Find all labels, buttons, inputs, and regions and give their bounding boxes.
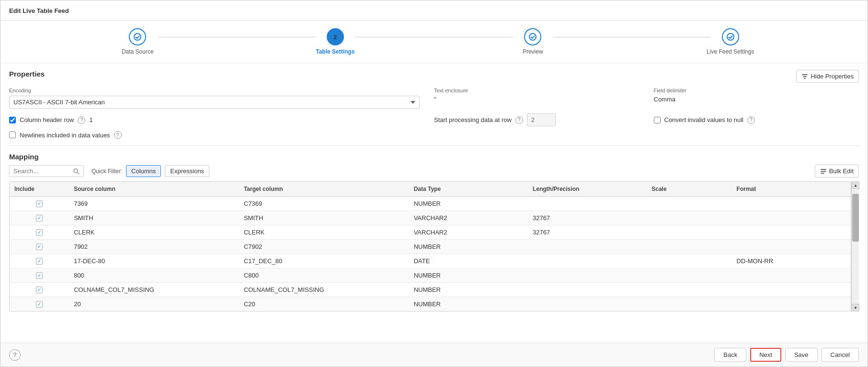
table-header-row: Include Source column Target column Data… <box>10 182 851 197</box>
mapping-toolbar: Quick Filter: Columns Expressions Bulk E… <box>9 165 859 178</box>
table-row: CLERK CLERK VARCHAR2 32767 <box>10 225 851 240</box>
svg-rect-3 <box>802 74 808 75</box>
include-checkbox[interactable] <box>36 301 43 308</box>
step-data-source[interactable]: Data Source <box>39 28 237 55</box>
cell-format <box>732 240 851 254</box>
field-delimiter-field: Field delimiter Comma <box>654 88 859 103</box>
cell-type: NUMBER <box>409 268 528 283</box>
cell-length <box>528 254 647 268</box>
cell-target: C7369 <box>239 197 409 211</box>
filter-expressions-button[interactable]: Expressions <box>165 165 209 177</box>
table-row: SMITH SMITH VARCHAR2 32767 <box>10 211 851 225</box>
column-header-row-value: 1 <box>89 116 92 123</box>
quick-filter-label: Quick Filter: <box>91 168 122 175</box>
step-2-circle: 2 <box>327 28 344 45</box>
cell-source: 7902 <box>69 240 239 254</box>
filter-icon <box>801 73 808 80</box>
include-checkbox[interactable] <box>36 215 43 222</box>
table-scroll-area: Include Source column Target column Data… <box>9 181 859 311</box>
cell-scale <box>647 297 731 311</box>
cell-include <box>10 240 69 254</box>
cell-length <box>528 297 647 311</box>
cell-type: VARCHAR2 <box>409 211 528 225</box>
modal-container: Edit Live Table Feed Data Source 2 Table… <box>0 0 868 367</box>
th-format: Format <box>732 182 851 197</box>
step-table-settings[interactable]: 2 Table Settings <box>237 28 434 55</box>
cell-target: SMITH <box>239 211 409 225</box>
hide-properties-button[interactable]: Hide Properties <box>796 70 859 83</box>
cell-source: SMITH <box>69 211 239 225</box>
cell-source: 800 <box>69 268 239 283</box>
th-scale: Scale <box>647 182 731 197</box>
cell-include <box>10 197 69 211</box>
back-button[interactable]: Back <box>714 348 746 362</box>
search-row: Quick Filter: Columns Expressions <box>9 165 209 177</box>
mapping-section: Mapping Quick Filter: Columns Expression… <box>9 153 859 311</box>
text-enclosure-label: Text enclosure <box>434 88 640 93</box>
include-checkbox[interactable] <box>36 287 43 293</box>
svg-point-6 <box>74 169 78 173</box>
th-length: Length/Precision <box>528 182 647 197</box>
modal-header: Edit Live Table Feed <box>0 0 868 21</box>
cell-include <box>10 283 69 297</box>
properties-title: Properties <box>9 70 45 78</box>
start-processing-input[interactable] <box>527 113 556 126</box>
cell-include <box>10 268 69 283</box>
scroll-thumb[interactable] <box>852 194 859 242</box>
column-header-row-checkbox[interactable] <box>9 117 16 123</box>
include-checkbox[interactable] <box>36 229 43 236</box>
convert-invalid-checkbox[interactable] <box>654 117 661 123</box>
vertical-scrollbar[interactable]: ▲ ▼ <box>851 181 859 311</box>
cell-format <box>732 283 851 297</box>
svg-point-0 <box>134 33 141 40</box>
cell-target: COLNAME_COL7_MISSING <box>239 283 409 297</box>
scroll-up-arrow[interactable]: ▲ <box>852 181 859 189</box>
cell-type: NUMBER <box>409 197 528 211</box>
cell-scale <box>647 197 731 211</box>
cell-length: 32767 <box>528 225 647 240</box>
newlines-checkbox[interactable] <box>9 132 16 138</box>
footer-right: Back Next Save Cancel <box>714 348 859 362</box>
footer: ? Back Next Save Cancel <box>0 343 868 367</box>
include-checkbox[interactable] <box>36 258 43 265</box>
encoding-select[interactable]: US7ASCII - ASCII 7-bit American <box>9 96 420 109</box>
filter-columns-button[interactable]: Columns <box>126 165 161 177</box>
cell-source: 17-DEC-80 <box>69 254 239 268</box>
cell-include <box>10 297 69 311</box>
include-checkbox[interactable] <box>36 244 43 250</box>
cell-length <box>528 268 647 283</box>
step-1-circle <box>129 28 146 45</box>
table-row: 7369 C7369 NUMBER <box>10 197 851 211</box>
cell-length <box>528 283 647 297</box>
start-processing-label: Start processing data at row <box>434 116 512 123</box>
table-row: 17-DEC-80 C17_DEC_80 DATE DD-MON-RR <box>10 254 851 268</box>
cell-length: 32767 <box>528 211 647 225</box>
cell-scale <box>647 254 731 268</box>
footer-help-button[interactable]: ? <box>9 349 21 361</box>
cell-format <box>732 297 851 311</box>
th-target: Target column <box>239 182 409 197</box>
save-button[interactable]: Save <box>785 348 818 362</box>
convert-invalid-field: Convert invalid values to null ? <box>654 116 859 124</box>
main-content: Properties Hide Properties Encoding US7A… <box>0 63 868 343</box>
scroll-down-arrow[interactable]: ▼ <box>852 304 859 311</box>
cell-scale <box>647 211 731 225</box>
step-preview[interactable]: Preview <box>434 28 632 55</box>
column-header-row-label: Column header row <box>20 116 74 123</box>
table-row: 7902 C7902 NUMBER <box>10 240 851 254</box>
include-checkbox[interactable] <box>36 272 43 279</box>
step-live-feed-settings[interactable]: Live Feed Settings <box>632 28 830 55</box>
cancel-button[interactable]: Cancel <box>822 348 859 362</box>
include-checkbox[interactable] <box>36 200 43 207</box>
next-button[interactable]: Next <box>750 348 781 362</box>
search-input[interactable] <box>13 167 71 175</box>
column-header-help-icon: ? <box>78 116 85 124</box>
cell-target: C17_DEC_80 <box>239 254 409 268</box>
table-row: COLNAME_COL7_MISSING COLNAME_COL7_MISSIN… <box>10 283 851 297</box>
cell-source: 20 <box>69 297 239 311</box>
start-processing-help-icon: ? <box>515 116 523 124</box>
cell-type: DATE <box>409 254 528 268</box>
bulk-edit-button[interactable]: Bulk Edit <box>815 165 859 178</box>
mapping-table: Include Source column Target column Data… <box>10 182 851 311</box>
th-type: Data Type <box>409 182 528 197</box>
